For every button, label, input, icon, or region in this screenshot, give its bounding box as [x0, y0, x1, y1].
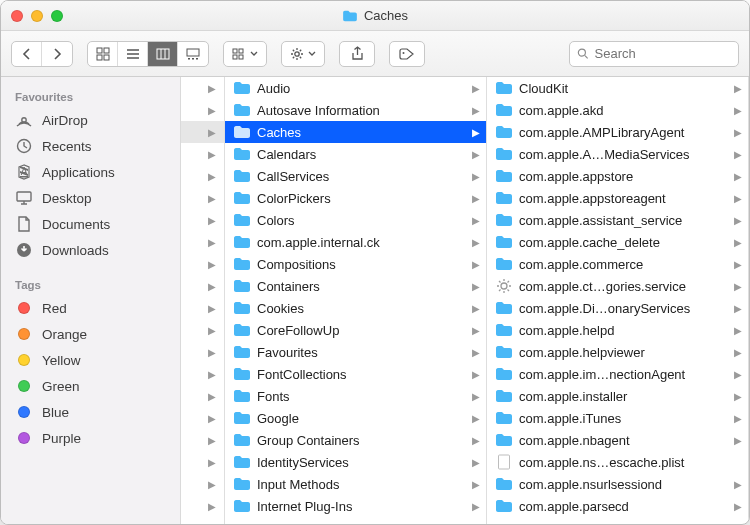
column-1-row[interactable]: ColorPickers▶: [225, 187, 486, 209]
column-2-row[interactable]: com.apple.cache_delete▶: [487, 231, 748, 253]
column-2[interactable]: CloudKit▶com.apple.akd▶com.apple.AMPLibr…: [487, 77, 749, 524]
sidebar-item-applications[interactable]: AApplications: [1, 159, 180, 185]
view-list-button[interactable]: [118, 42, 148, 66]
column-0-row[interactable]: ▶: [181, 363, 224, 385]
column-2-row[interactable]: com.apple.commerce▶: [487, 253, 748, 275]
column-1-row[interactable]: Group Containers▶: [225, 429, 486, 451]
column-1-row[interactable]: Containers▶: [225, 275, 486, 297]
sidebar-tag-orange[interactable]: Orange: [1, 321, 180, 347]
zoom-button[interactable]: [51, 10, 63, 22]
column-1-row[interactable]: Internet Plug-Ins▶: [225, 495, 486, 517]
column-1-row[interactable]: FontCollections▶: [225, 363, 486, 385]
column-2-row[interactable]: com.apple.iTunes▶: [487, 407, 748, 429]
column-2-row[interactable]: com.apple.parsecd▶: [487, 495, 748, 517]
tags-button[interactable]: [389, 41, 425, 67]
column-0-row[interactable]: ▶: [181, 165, 224, 187]
column-0-row[interactable]: ▶: [181, 209, 224, 231]
column-0-row[interactable]: ▶: [181, 99, 224, 121]
column-0-row[interactable]: ▶: [181, 429, 224, 451]
sidebar-item-desktop[interactable]: Desktop: [1, 185, 180, 211]
chevron-right-icon: ▶: [734, 149, 742, 160]
column-1-row[interactable]: IdentityServices▶: [225, 451, 486, 473]
column-2-row[interactable]: com.apple.assistant_service▶: [487, 209, 748, 231]
share-button[interactable]: [339, 41, 375, 67]
column-0-row[interactable]: ▶: [181, 341, 224, 363]
folder-icon: [233, 499, 251, 513]
column-0-row[interactable]: ▶: [181, 407, 224, 429]
sidebar-tag-purple[interactable]: Purple: [1, 425, 180, 451]
column-2-row[interactable]: com.apple.nsurlsessiond▶: [487, 473, 748, 495]
column-1-row[interactable]: Favourites▶: [225, 341, 486, 363]
column-2-row[interactable]: com.apple.Di…onaryServices▶: [487, 297, 748, 319]
column-1-row[interactable]: Compositions▶: [225, 253, 486, 275]
sidebar-item-airdrop[interactable]: AirDrop: [1, 107, 180, 133]
sidebar-item-downloads[interactable]: Downloads: [1, 237, 180, 263]
column-1-row[interactable]: com.apple.internal.ck▶: [225, 231, 486, 253]
view-gallery-button[interactable]: [178, 42, 208, 66]
column-0[interactable]: ▶▶▶▶▶▶▶▶▶▶▶▶▶▶▶▶▶▶▶▶: [181, 77, 225, 524]
column-2-row[interactable]: com.apple.A…MediaServices▶: [487, 143, 748, 165]
column-2-row[interactable]: com.apple.appstoreagent▶: [487, 187, 748, 209]
view-columns-button[interactable]: [148, 42, 178, 66]
column-0-row[interactable]: ▶: [181, 77, 224, 99]
action-button[interactable]: [281, 41, 325, 67]
column-1-row[interactable]: Caches▶: [225, 121, 486, 143]
column-0-row[interactable]: ▶: [181, 297, 224, 319]
titlebar[interactable]: Caches: [1, 1, 749, 31]
folder-icon: [233, 191, 251, 205]
column-1-row[interactable]: Audio▶: [225, 77, 486, 99]
sidebar-tag-blue[interactable]: Blue: [1, 399, 180, 425]
column-2-row[interactable]: com.apple.helpviewer▶: [487, 341, 748, 363]
column-2-row[interactable]: com.apple.ns…escache.plist: [487, 451, 748, 473]
minimize-button[interactable]: [31, 10, 43, 22]
column-2-row[interactable]: com.apple.ct…gories.service▶: [487, 275, 748, 297]
forward-button[interactable]: [42, 42, 72, 66]
column-0-row[interactable]: ▶: [181, 451, 224, 473]
chevron-right-icon: ▶: [208, 369, 216, 380]
back-button[interactable]: [12, 42, 42, 66]
column-1-row[interactable]: Input Methods▶: [225, 473, 486, 495]
chevron-down-icon: [308, 51, 316, 57]
column-2-row[interactable]: CloudKit▶: [487, 77, 748, 99]
column-0-row[interactable]: ▶: [181, 275, 224, 297]
item-name: com.apple.internal.ck: [257, 235, 466, 250]
column-1-row[interactable]: Autosave Information▶: [225, 99, 486, 121]
column-1-row[interactable]: CallServices▶: [225, 165, 486, 187]
sidebar-item-documents[interactable]: Documents: [1, 211, 180, 237]
column-1-row[interactable]: Google▶: [225, 407, 486, 429]
column-0-row[interactable]: ▶: [181, 143, 224, 165]
column-2-row[interactable]: com.apple.helpd▶: [487, 319, 748, 341]
column-1-row[interactable]: Fonts▶: [225, 385, 486, 407]
close-button[interactable]: [11, 10, 23, 22]
column-2-row[interactable]: com.apple.im…nectionAgent▶: [487, 363, 748, 385]
sidebar-tag-green[interactable]: Green: [1, 373, 180, 399]
search-input[interactable]: [595, 46, 731, 61]
view-icon-button[interactable]: [88, 42, 118, 66]
column-0-row[interactable]: ▶: [181, 495, 224, 517]
chevron-right-icon: ▶: [472, 237, 480, 248]
column-0-row[interactable]: ▶: [181, 253, 224, 275]
column-0-row[interactable]: ▶: [181, 121, 224, 143]
column-1-row[interactable]: CoreFollowUp▶: [225, 319, 486, 341]
column-2-row[interactable]: com.apple.appstore▶: [487, 165, 748, 187]
column-2-row[interactable]: com.apple.AMPLibraryAgent▶: [487, 121, 748, 143]
sidebar-item-label: Desktop: [42, 191, 92, 206]
column-1-row[interactable]: Cookies▶: [225, 297, 486, 319]
column-2-row[interactable]: com.apple.nbagent▶: [487, 429, 748, 451]
column-1[interactable]: Audio▶Autosave Information▶Caches▶Calend…: [225, 77, 487, 524]
sidebar-item-label: Downloads: [42, 243, 109, 258]
column-1-row[interactable]: Calendars▶: [225, 143, 486, 165]
column-0-row[interactable]: ▶: [181, 319, 224, 341]
column-0-row[interactable]: ▶: [181, 473, 224, 495]
sidebar-item-recents[interactable]: Recents: [1, 133, 180, 159]
column-1-row[interactable]: Colors▶: [225, 209, 486, 231]
sidebar-tag-red[interactable]: Red: [1, 295, 180, 321]
sidebar-tag-yellow[interactable]: Yellow: [1, 347, 180, 373]
column-2-row[interactable]: com.apple.installer▶: [487, 385, 748, 407]
column-0-row[interactable]: ▶: [181, 187, 224, 209]
column-0-row[interactable]: ▶: [181, 231, 224, 253]
arrange-button[interactable]: [223, 41, 267, 67]
search-field[interactable]: [569, 41, 739, 67]
column-2-row[interactable]: com.apple.akd▶: [487, 99, 748, 121]
column-0-row[interactable]: ▶: [181, 385, 224, 407]
